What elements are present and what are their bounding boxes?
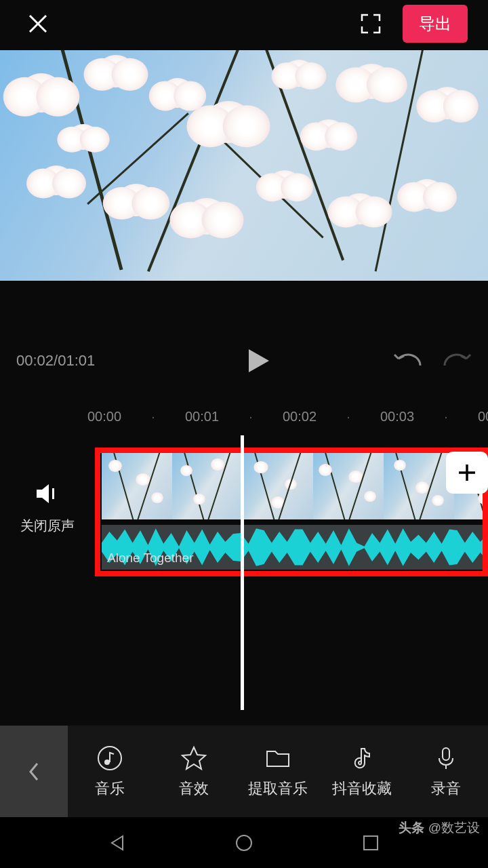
tool-label: 抖音收藏: [332, 778, 392, 799]
play-icon: [247, 348, 270, 374]
ruler-tick: 00:04: [460, 409, 488, 425]
fullscreen-icon[interactable]: [359, 12, 382, 35]
clip-thumbnail[interactable]: [172, 452, 243, 519]
export-button[interactable]: 导出: [403, 5, 468, 43]
star-icon: [180, 745, 207, 772]
video-preview[interactable]: [0, 50, 488, 281]
mute-label: 关闭原声: [0, 517, 95, 535]
tool-label: 录音: [431, 778, 461, 799]
play-button[interactable]: [125, 348, 393, 374]
svg-rect-9: [443, 748, 449, 760]
svg-point-11: [237, 835, 251, 850]
nav-home-icon[interactable]: [235, 833, 253, 852]
tool-label: 音乐: [95, 778, 125, 799]
undo-button[interactable]: [393, 351, 422, 371]
clip-thumbnail[interactable]: [313, 452, 384, 519]
douyin-icon: [348, 745, 375, 772]
tool-record[interactable]: 录音: [404, 726, 488, 817]
svg-marker-8: [182, 747, 205, 769]
video-track[interactable]: [102, 452, 488, 519]
nav-back-icon[interactable]: [108, 833, 127, 852]
ruler-tick: 00:02: [264, 409, 335, 425]
playhead[interactable]: [241, 435, 244, 710]
tool-music[interactable]: 音乐: [68, 726, 152, 817]
mute-icon[interactable]: [34, 480, 61, 507]
tool-douyin-favorites[interactable]: 抖音收藏: [320, 726, 404, 817]
svg-marker-10: [112, 836, 123, 850]
microphone-icon: [432, 745, 460, 772]
tool-label: 提取音乐: [248, 778, 308, 799]
clip-thumbnail[interactable]: [384, 452, 454, 519]
close-icon[interactable]: [27, 13, 49, 35]
back-button[interactable]: [0, 726, 68, 817]
audio-track-name: Alone Together: [107, 551, 193, 566]
tool-soundfx[interactable]: 音效: [152, 726, 236, 817]
svg-rect-12: [364, 836, 378, 850]
clip-thumbnail[interactable]: [243, 452, 313, 519]
tool-extract-music[interactable]: 提取音乐: [236, 726, 320, 817]
ruler-tick: 00:01: [167, 409, 237, 425]
bottom-toolbar: 音乐 音效 提取音乐 抖音收藏 录音: [0, 726, 488, 817]
plus-icon: [457, 462, 477, 483]
chevron-left-icon: [28, 762, 40, 781]
svg-marker-2: [249, 349, 269, 372]
nav-recent-icon[interactable]: [361, 833, 380, 852]
folder-icon: [264, 745, 291, 772]
ruler-tick: 00:03: [362, 409, 432, 425]
audio-track[interactable]: Alone Together: [102, 525, 488, 570]
tool-label: 音效: [179, 778, 209, 799]
svg-point-7: [104, 760, 110, 765]
music-icon: [96, 745, 123, 772]
ruler-tick: 00:00: [69, 409, 140, 425]
time-ruler[interactable]: 00:00· 00:01· 00:02· 00:03· 00:04· 00:05: [0, 406, 488, 431]
svg-rect-3: [52, 488, 54, 499]
clip-thumbnail[interactable]: [102, 452, 172, 519]
watermark: 头条 @数艺设: [399, 819, 480, 837]
redo-button[interactable]: [443, 351, 472, 371]
add-clip-button[interactable]: [446, 452, 488, 494]
time-display: 00:02/01:01: [16, 352, 125, 370]
